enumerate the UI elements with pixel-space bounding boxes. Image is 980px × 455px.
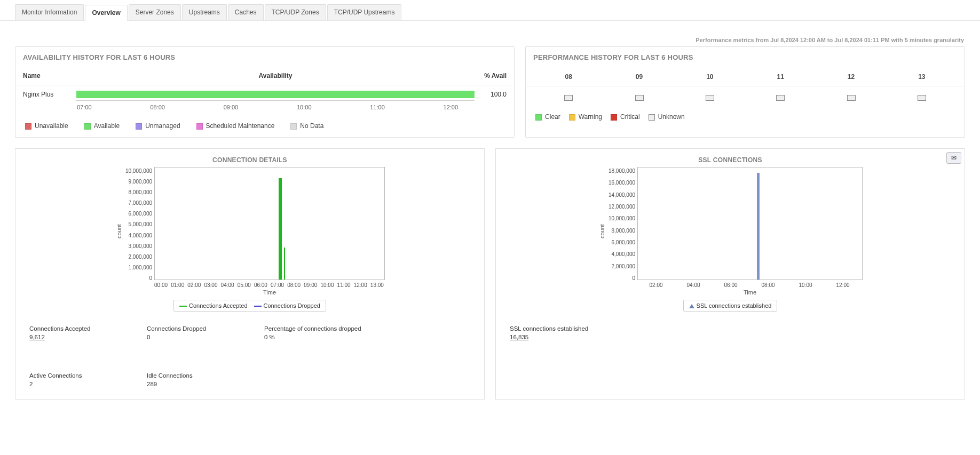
row-pct: 100.0 — [475, 91, 507, 98]
availability-bar — [76, 91, 475, 98]
availability-axis: 07:0008:0009:0010:0011:0012:00 — [76, 100, 475, 114]
perf-hour: 12 — [816, 73, 886, 81]
connection-xaxis: 00:0001:0002:0003:0004:0005:0006:0007:00… — [154, 280, 384, 288]
row-name: Nginx Plus — [23, 91, 76, 98]
stat-label: Connections Accepted — [29, 325, 115, 332]
legend-item: Clear — [535, 113, 560, 121]
xtick: 13:00 — [370, 282, 384, 288]
axis-tick: 11:00 — [370, 104, 385, 110]
tab-server-zones[interactable]: Server Zones — [129, 4, 181, 20]
ytick: 6,000,000 — [612, 240, 636, 245]
stat-label: Active Connections — [29, 372, 115, 379]
ssl-legend: SSL connections established — [683, 300, 778, 312]
xtick: 04:00 — [687, 282, 700, 288]
ytick: 14,000,000 — [608, 192, 635, 198]
perf-cell — [533, 95, 604, 102]
connection-plot — [154, 167, 385, 280]
ssl-plot — [637, 167, 863, 280]
tab-tcp-udp-upstreams[interactable]: TCP/UDP Upstreams — [327, 4, 402, 20]
unknown-icon — [706, 95, 714, 101]
unknown-icon — [918, 95, 926, 101]
perf-hour: 09 — [604, 73, 674, 81]
ytick: 3,000,000 — [129, 243, 153, 249]
stat: Connections Dropped0 — [147, 325, 232, 340]
xtick: 08:00 — [287, 282, 301, 288]
perf-cell — [887, 95, 957, 102]
ytick: 18,000,000 — [608, 168, 635, 174]
spike-accepted-minor — [284, 248, 285, 280]
legend-item: Warning — [569, 113, 602, 121]
xtick: 06:00 — [254, 282, 267, 288]
performance-legend: ClearWarningCriticalUnknown — [526, 108, 965, 128]
connection-xlabel: Time — [154, 289, 385, 296]
ytick: 10,000,000 — [125, 168, 152, 174]
spike-accepted — [279, 178, 282, 280]
availability-legend: UnavailableAvailableUnmanagedScheduled M… — [15, 117, 514, 137]
ytick: 10,000,000 — [608, 215, 635, 221]
ytick: 8,000,000 — [612, 228, 636, 234]
col-name: Name — [23, 72, 76, 79]
ssl-yaxis: 18,000,00016,000,00014,000,00012,000,000… — [606, 167, 637, 282]
xtick: 04:00 — [221, 282, 234, 288]
ytick: 2,000,000 — [612, 264, 636, 269]
xtick: 08:00 — [762, 282, 775, 288]
perf-hour: 11 — [745, 73, 816, 81]
legend-item: Unavailable — [25, 122, 68, 130]
axis-tick: 07:00 — [77, 104, 92, 110]
tab-caches[interactable]: Caches — [228, 4, 264, 20]
xtick: 01:00 — [171, 282, 184, 288]
legend-item: Scheduled Maintenance — [196, 122, 275, 130]
ssl-xaxis: 02:0004:0006:0008:0010:0012:00 — [637, 280, 862, 288]
ssl-ylabel: count — [598, 167, 606, 296]
ytick: 0 — [149, 275, 152, 281]
performance-title: PERFORMANCE HISTORY FOR LAST 6 HOURS — [526, 47, 965, 68]
metrics-range: Performance metrics from Jul 8,2024 12:0… — [0, 21, 980, 46]
perf-cell — [604, 95, 674, 102]
spike-ssl — [757, 173, 760, 280]
perf-hour: 13 — [887, 73, 957, 81]
connection-stats: Connections Accepted9,612Connections Dro… — [15, 312, 484, 392]
axis-tick: 12:00 — [444, 104, 459, 110]
email-icon[interactable]: ✉ — [946, 152, 961, 164]
unknown-icon — [847, 95, 856, 101]
xtick: 10:00 — [320, 282, 334, 288]
performance-card: PERFORMANCE HISTORY FOR LAST 6 HOURS 080… — [525, 46, 965, 138]
xtick: 06:00 — [724, 282, 738, 288]
unknown-icon — [776, 95, 785, 101]
xtick: 12:00 — [354, 282, 367, 288]
tab-tcp-udp-zones[interactable]: TCP/UDP Zones — [265, 4, 326, 20]
tab-overview[interactable]: Overview — [85, 5, 127, 21]
ssl-stat-value[interactable]: 16,835 — [510, 334, 595, 340]
perf-cell — [675, 95, 745, 102]
legend-item: Critical — [611, 113, 640, 121]
availability-title: AVAILABILITY HISTORY FOR LAST 6 HOURS — [15, 47, 514, 68]
connection-yaxis: 10,000,0009,000,0008,000,0007,000,0006,0… — [123, 167, 154, 282]
col-pct: % Avail — [475, 72, 507, 79]
ssl-title: SSL CONNECTIONS — [496, 149, 965, 167]
ytick: 2,000,000 — [129, 254, 153, 260]
stat-label: Percentage of connections dropped — [264, 325, 361, 332]
connection-title: CONNECTION DETAILS — [15, 149, 484, 167]
perf-hour: 10 — [675, 73, 745, 81]
xtick: 00:00 — [154, 282, 168, 288]
unknown-icon — [564, 95, 573, 101]
stat-value[interactable]: 9,612 — [29, 334, 115, 340]
stat: Idle Connections289 — [147, 372, 232, 387]
availability-card: AVAILABILITY HISTORY FOR LAST 6 HOURS Na… — [15, 46, 515, 138]
ytick: 0 — [632, 275, 635, 281]
xtick: 02:00 — [650, 282, 663, 288]
ytick: 1,000,000 — [129, 265, 153, 270]
legend-item: Unmanaged — [136, 122, 180, 130]
legend-item: Connections Accepted — [179, 302, 247, 309]
stat-value: 0 % — [264, 334, 361, 340]
perf-cell — [816, 95, 886, 102]
ytick: 7,000,000 — [129, 200, 153, 206]
connection-ylabel: count — [115, 167, 123, 296]
tab-monitor-information[interactable]: Monitor Information — [15, 4, 84, 20]
legend-item: Available — [84, 122, 120, 130]
tab-upstreams[interactable]: Upstreams — [182, 4, 227, 20]
legend-item: Unknown — [649, 113, 685, 121]
ytick: 4,000,000 — [129, 233, 153, 238]
ytick: 5,000,000 — [129, 221, 153, 227]
ytick: 6,000,000 — [129, 211, 153, 217]
